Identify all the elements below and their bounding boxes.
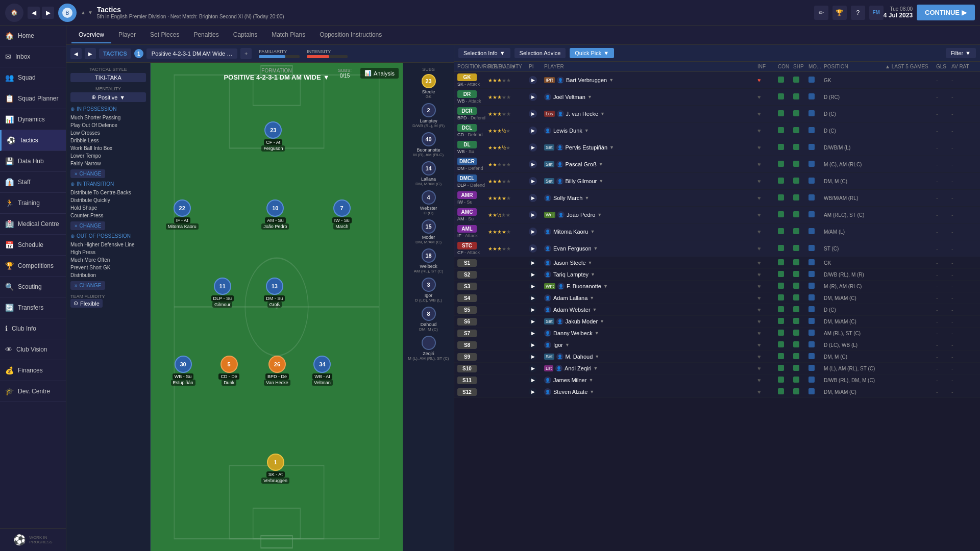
transition-change-btn[interactable]: » CHANGE xyxy=(70,221,105,230)
col-header-avrat[interactable]: AV RAT xyxy=(951,64,977,69)
tactical-style[interactable]: TIKI-TAKA xyxy=(70,73,146,82)
analysis-button[interactable]: 📊 Analysis xyxy=(360,68,399,79)
tab-overview[interactable]: Overview xyxy=(71,27,111,43)
table-row[interactable]: S6 ▶ Set 👤 Jakub Moder ▼ ♥ DM, M/AM (C) … xyxy=(454,316,980,328)
col-header-player[interactable]: PLAYER xyxy=(544,64,757,69)
possession-change-btn[interactable]: » CHANGE xyxy=(70,169,105,178)
mentality-value[interactable]: ⊕ Positive ▼ xyxy=(70,92,146,102)
sidebar-item-home[interactable]: 🏠 Home xyxy=(0,26,66,46)
quick-pick-button[interactable]: Quick Pick ▼ xyxy=(570,48,614,58)
out-possession-change-btn[interactable]: » CHANGE xyxy=(70,281,105,290)
sub-item-buonanotte[interactable]: 40 Buonanotte M (R), AM (RLC) xyxy=(405,132,452,157)
sub-item-lamptey[interactable]: 2 Lamptey D/WB (RL), M (R) xyxy=(405,103,452,128)
player-token-veltman[interactable]: 34 WB - At Veltman xyxy=(312,356,333,386)
trophy-icon[interactable]: 🏆 xyxy=(832,6,847,20)
player-token-gross[interactable]: 13 DM - Su Groß xyxy=(264,278,285,308)
add-tactic-btn[interactable]: + xyxy=(240,48,252,59)
sidebar-item-data-hub[interactable]: 💾 Data Hub xyxy=(0,151,66,172)
col-header-pos[interactable]: POSITION xyxy=(824,64,885,69)
table-row[interactable]: AMR IW- Su ★★★★★ ▶ 👤 Solly March ▼ ♥ WB/… xyxy=(454,190,980,207)
player-token-vanhecke[interactable]: 26 BPD - De Van Hecke xyxy=(264,356,290,386)
col-header-pi[interactable]: PI xyxy=(529,64,544,69)
back-button[interactable]: ◀ xyxy=(28,7,40,19)
table-row[interactable]: S2 ▶ 👤 Tariq Lamptey ▼ ♥ D/WB (RL), M (R… xyxy=(454,269,980,281)
sub-item-igor[interactable]: 3 Igor D (LC), WB (L) xyxy=(405,278,452,303)
sub-item-steele[interactable]: 23 Steele GK xyxy=(405,74,452,99)
sidebar-item-scouting[interactable]: 🔍 Scouting xyxy=(0,277,66,297)
sub-item-moder[interactable]: 15 Moder DM, M/AM (C) xyxy=(405,219,452,244)
sidebar-item-competitions[interactable]: 🏆 Competitions xyxy=(0,256,66,277)
col-header-games[interactable]: ▲ LAST 5 GAMES xyxy=(885,64,936,69)
sidebar-item-club-info[interactable]: ℹ Club Info xyxy=(0,318,66,339)
col-header-position[interactable]: POSITION/ROLE/DU... ▼ xyxy=(457,64,488,69)
tactics-name[interactable]: Positive 4-2-3-1 DM AM Wide … xyxy=(146,48,237,59)
table-row[interactable]: DCL CD- Defend ★★★½★ ▶ 👤 Lewis Dunk ▼ ♥ … xyxy=(454,122,980,139)
player-token-mitoma[interactable]: 22 IF - At Mitoma Kaoru xyxy=(166,199,199,230)
table-row[interactable]: DMCR DM- Defend ★★★★★ ▶ Set 👤 Pascal Gro… xyxy=(454,156,980,173)
edit-icon[interactable]: ✏ xyxy=(814,6,828,20)
formation-name[interactable]: POSITIVE 4-2-3-1 DM AM WIDE ▼ xyxy=(224,73,329,81)
tab-match-plans[interactable]: Match Plans xyxy=(264,27,312,43)
sub-item-zeqiri[interactable]: Zeqiri M (L), AM (RL), ST (C) xyxy=(405,336,452,361)
table-row[interactable]: DL WB- Su ★★★½★ ▶ Set 👤 Pervis Estupiñán… xyxy=(454,139,980,156)
sidebar-item-medical[interactable]: 🏥 Medical Centre xyxy=(0,214,66,235)
help-icon[interactable]: ? xyxy=(851,6,865,20)
col-header-gls[interactable]: GLS xyxy=(936,64,951,69)
table-row[interactable]: STC CF- Attack ★★★★★ ▶ 👤 Evan Ferguson ▼… xyxy=(454,240,980,257)
sidebar-item-finances[interactable]: 💰 Finances xyxy=(0,360,66,381)
forward-button[interactable]: ▶ xyxy=(42,7,54,19)
table-row[interactable]: AML IF- Attack ★★★★★ ▶ 👤 Mitoma Kaoru ▼ … xyxy=(454,223,980,240)
table-row[interactable]: GK SK- Attack ★★★★★ ▶ IPR 👤 Bart Verbrug… xyxy=(454,72,980,89)
sidebar-item-squad-planner[interactable]: 📋 Squad Planner xyxy=(0,88,66,109)
player-token-march[interactable]: 7 IW - Su March xyxy=(332,199,352,230)
col-header-mor[interactable]: MO... xyxy=(808,64,824,69)
player-token-estupina[interactable]: 30 WB - Su Estupiñán xyxy=(171,356,195,386)
sidebar-item-schedule[interactable]: 📅 Schedule xyxy=(0,235,66,256)
tab-captains[interactable]: Captains xyxy=(226,27,264,43)
table-row[interactable]: S12 ▶ 👤 Steven Alzate ▼ ♥ DM, M/AM (C) -… xyxy=(454,386,980,398)
tab-opposition[interactable]: Opposition Instructions xyxy=(312,27,389,43)
sidebar-item-transfers[interactable]: 🔄 Transfers xyxy=(0,297,66,318)
table-row[interactable]: S1 ▶ 👤 Jason Steele ▼ ♥ GK - - xyxy=(454,257,980,269)
sidebar-item-training[interactable]: 🏃 Training xyxy=(0,193,66,214)
sidebar-item-club-vision[interactable]: 👁 Club Vision xyxy=(0,339,66,360)
filter-button[interactable]: Filter ▼ xyxy=(946,48,976,58)
sub-item-welbeck[interactable]: 18 Welbeck AM (RL), ST (C) xyxy=(405,248,452,273)
up-arrow[interactable]: ▲ xyxy=(81,10,86,15)
table-row[interactable]: DR WB- Attack ★★★★★ ▶ 👤 Joël Veltman ▼ ♥… xyxy=(454,89,980,106)
table-row[interactable]: S7 ▶ 👤 Danny Welbeck ▼ ♥ AM (RL), ST (C)… xyxy=(454,328,980,339)
sidebar-item-staff[interactable]: 👔 Staff xyxy=(0,172,66,193)
player-token-joaopedro[interactable]: 10 AM - Su João Pedro xyxy=(261,199,289,230)
sidebar-item-inbox[interactable]: ✉ Inbox xyxy=(0,46,66,67)
tab-player[interactable]: Player xyxy=(111,27,143,43)
down-arrow[interactable]: ▼ xyxy=(88,10,93,15)
sidebar-item-dev-centre[interactable]: 🎓 Dev. Centre xyxy=(0,381,66,402)
col-header-con[interactable]: CON xyxy=(778,64,793,69)
table-row[interactable]: S9 ▶ Set 👤 M. Dahoud ▼ ♥ DM, M (C) - - xyxy=(454,351,980,363)
sub-item-lallana[interactable]: 14 Lallana DM, M/AM (C) xyxy=(405,161,452,186)
table-row[interactable]: S4 ▶ 👤 Adam Lallana ▼ ♥ DM, M/AM (C) - - xyxy=(454,292,980,304)
table-row[interactable]: AMC AM- Su ★★½★★ ▶ Wnt 👤 João Pedro ▼ ♥ … xyxy=(454,207,980,223)
selection-info-button[interactable]: Selection Info ▼ xyxy=(458,48,510,58)
home-button[interactable]: 🏠 xyxy=(5,4,23,22)
sub-item-dahoud[interactable]: 8 Dahoud DM, M (C) xyxy=(405,307,452,332)
table-row[interactable]: DCR BPD- Defend ★★★★★ ▶ Los 👤 J. van Hec… xyxy=(454,106,980,122)
table-row[interactable]: S8 ▶ 👤 Igor ▼ ♥ D (LC), WB (L) - - xyxy=(454,339,980,351)
player-token-ferguson[interactable]: 23 CF - At Ferguson xyxy=(261,121,285,152)
sub-item-webster[interactable]: 4 Webster D (C) xyxy=(405,190,452,215)
fluidity-value[interactable]: ⊙ Flexible xyxy=(70,299,103,308)
sidebar-item-squad[interactable]: 👥 Squad xyxy=(0,67,66,88)
sidebar-item-tactics[interactable]: ⚽ Tactics xyxy=(0,130,66,151)
tab-penalties[interactable]: Penalties xyxy=(186,27,226,43)
table-row[interactable]: S11 ▶ 👤 James Milner ▼ ♥ D/WB (RL), DM, … xyxy=(454,374,980,386)
col-header-inf[interactable]: INF xyxy=(757,64,778,69)
continue-button[interactable]: CONTINUE ▶ xyxy=(917,5,975,20)
table-row[interactable]: S5 ▶ 👤 Adam Webster ▼ ♥ D (C) - - xyxy=(454,304,980,316)
tactics-back-btn[interactable]: ◀ xyxy=(70,48,82,59)
selection-advice-button[interactable]: Selection Advice xyxy=(514,48,566,58)
table-row[interactable]: DMCL DLP- Defend ★★★★★ ▶ Set 👤 Billy Gil… xyxy=(454,173,980,190)
tab-set-pieces[interactable]: Set Pieces xyxy=(143,27,186,43)
table-row[interactable]: S10 ▶ Lst 👤 Andi Zeqiri ▼ ♥ M (L), AM (R… xyxy=(454,363,980,374)
col-header-role[interactable]: ROLE ABILITY xyxy=(488,64,529,69)
table-row[interactable]: S3 ▶ Wnt 👤 F. Buonanotte ▼ ♥ M (R), AM (… xyxy=(454,281,980,292)
